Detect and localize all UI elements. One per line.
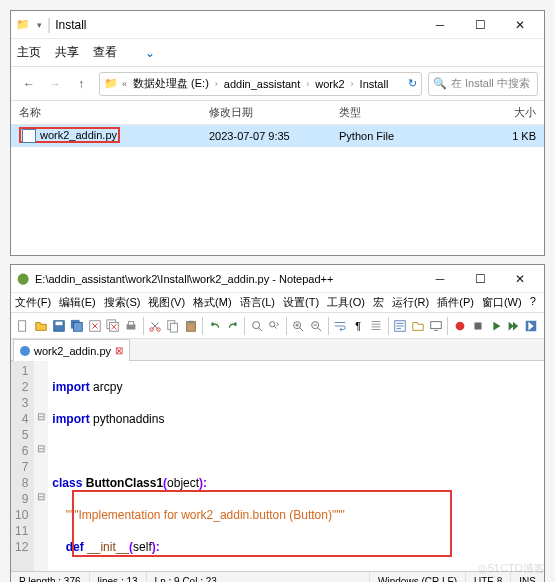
svg-rect-23 [474,322,481,329]
breadcrumb[interactable]: Install [358,78,391,90]
close-button[interactable]: ✕ [500,265,540,293]
print-icon[interactable] [123,317,140,335]
menu-run[interactable]: 运行(R) [392,295,429,310]
tab-view[interactable]: 查看 [93,44,117,61]
status-bar: P length : 376 lines : 13 Ln : 9 Col : 2… [11,571,544,582]
menu-bar: 文件(F) 编辑(E) 搜索(S) 视图(V) 格式(M) 语言(L) 设置(T… [11,293,544,313]
separator [388,317,389,335]
menu-view[interactable]: 视图(V) [148,295,185,310]
separator [447,317,448,335]
stop-macro-icon[interactable] [469,317,486,335]
menu-window[interactable]: 窗口(W) [482,295,522,310]
copy-icon[interactable] [164,317,181,335]
open-file-icon[interactable] [33,317,50,335]
fold-column[interactable]: ⊟⊟⊟ [34,361,48,571]
menu-language[interactable]: 语言(L) [240,295,275,310]
svg-rect-0 [19,320,26,331]
folder-view-icon[interactable] [409,317,426,335]
refresh-icon[interactable]: ↻ [408,77,417,90]
file-row[interactable]: work2_addin.py 2023-07-07 9:35 Python Fi… [11,125,544,147]
paste-icon[interactable] [182,317,199,335]
file-type: Python File [331,126,431,146]
find-icon[interactable] [248,317,265,335]
menu-edit[interactable]: 编辑(E) [59,295,96,310]
redo-icon[interactable] [224,317,241,335]
menu-search[interactable]: 搜索(S) [104,295,141,310]
menu-plugins[interactable]: 插件(P) [437,295,474,310]
explorer-titlebar: 📁 ▾ | Install ─ ☐ ✕ [11,11,544,39]
column-headers: 名称 修改日期 类型 大小 [11,101,544,125]
file-list: work2_addin.py 2023-07-07 9:35 Python Fi… [11,125,544,255]
maximize-button[interactable]: ☐ [460,265,500,293]
play-macro-icon[interactable] [487,317,504,335]
window-title: E:\addin_assistant\work2\Install\work2_a… [35,273,333,285]
ribbon-expand-icon[interactable]: ⌄ [145,46,155,60]
save-macro-icon[interactable] [523,317,540,335]
up-button[interactable]: ↑ [69,72,93,96]
menu-file[interactable]: 文件(F) [15,295,51,310]
code-editor[interactable]: 123456789101112 ⊟⊟⊟ import arcpy import … [11,361,544,571]
header-size[interactable]: 大小 [431,101,544,124]
separator [143,317,144,335]
menu-format[interactable]: 格式(M) [193,295,232,310]
zoom-out-icon[interactable] [308,317,325,335]
code-body[interactable]: import arcpy import pythonaddins class B… [48,361,544,571]
zoom-in-icon[interactable] [290,317,307,335]
menu-help[interactable]: ? [530,295,536,310]
breadcrumb[interactable]: addin_assistant [222,78,302,90]
forward-button[interactable]: → [43,72,67,96]
close-tab-icon[interactable]: ⊠ [115,345,123,356]
notepad-titlebar: ⬤ E:\addin_assistant\work2\Install\work2… [11,265,544,293]
folder-icon: 📁 [15,17,31,33]
new-file-icon[interactable] [15,317,32,335]
header-type[interactable]: 类型 [331,101,431,124]
search-icon: 🔍 [433,77,447,90]
svg-rect-4 [74,322,83,331]
chevron-right-icon: › [351,79,354,89]
function-list-icon[interactable] [391,317,408,335]
file-tab[interactable]: work2_addin.py ⊠ [13,339,130,361]
status-plength: P length : 376 [11,572,90,582]
dropdown-icon[interactable]: ▾ [31,17,47,33]
minimize-button[interactable]: ─ [420,265,460,293]
undo-icon[interactable] [206,317,223,335]
wordwrap-icon[interactable] [332,317,349,335]
tab-home[interactable]: 主页 [17,44,41,61]
close-all-icon[interactable] [105,317,122,335]
breadcrumb[interactable]: 数据处理盘 (E:) [131,76,211,91]
monitor-icon[interactable] [427,317,444,335]
drive-icon: 📁 [104,77,118,90]
status-position: Ln : 9 Col : 23 [147,572,371,582]
toolbar: ¶ [11,313,544,339]
save-icon[interactable] [51,317,68,335]
menu-macro[interactable]: 宏 [373,295,384,310]
replace-icon[interactable] [266,317,283,335]
address-bar[interactable]: 📁 « 数据处理盘 (E:) › addin_assistant › work2… [99,72,422,96]
menu-tools[interactable]: 工具(O) [327,295,365,310]
file-name: work2_addin.py [40,129,117,141]
breadcrumb[interactable]: work2 [313,78,346,90]
save-all-icon[interactable] [69,317,86,335]
header-date[interactable]: 修改日期 [201,101,331,124]
maximize-button[interactable]: ☐ [460,11,500,39]
python-file-icon [22,129,36,143]
svg-rect-9 [128,321,133,325]
close-file-icon[interactable] [87,317,104,335]
notepad-icon: ⬤ [15,271,31,287]
play-multi-icon[interactable] [505,317,522,335]
header-name[interactable]: 名称 [11,101,201,124]
history-caret-icon[interactable]: « [122,79,127,89]
back-button[interactable]: ← [17,72,41,96]
file-tabs: work2_addin.py ⊠ [11,339,544,361]
menu-settings[interactable]: 设置(T) [283,295,319,310]
tab-share[interactable]: 共享 [55,44,79,61]
show-all-chars-icon[interactable]: ¶ [350,317,367,335]
minimize-button[interactable]: ─ [420,11,460,39]
cut-icon[interactable] [147,317,164,335]
search-input[interactable]: 🔍 在 Install 中搜索 [428,72,538,96]
record-macro-icon[interactable] [451,317,468,335]
chevron-right-icon: › [215,79,218,89]
svg-rect-13 [170,323,177,332]
close-button[interactable]: ✕ [500,11,540,39]
indent-guide-icon[interactable] [368,317,385,335]
